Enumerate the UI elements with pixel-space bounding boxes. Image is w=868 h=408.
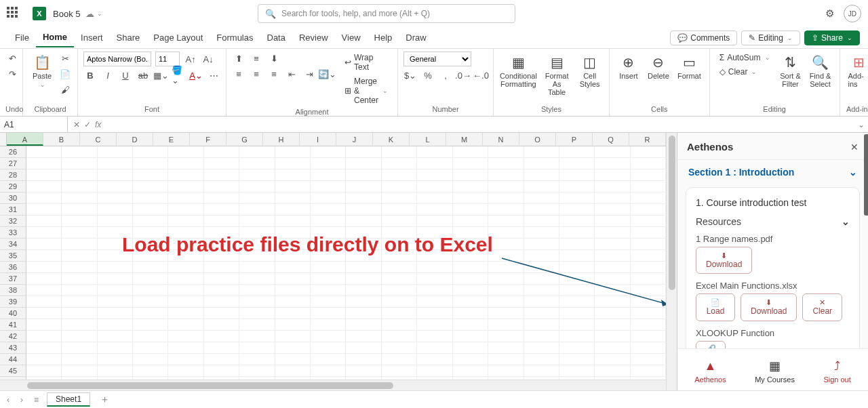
- column-header[interactable]: B: [43, 133, 80, 146]
- cell[interactable]: [524, 296, 559, 308]
- cell[interactable]: [488, 250, 524, 262]
- cell[interactable]: [168, 158, 203, 169]
- cell[interactable]: [382, 354, 417, 365]
- cell[interactable]: [453, 273, 488, 285]
- column-header[interactable]: L: [410, 133, 446, 146]
- cell[interactable]: [631, 216, 666, 227]
- cell[interactable]: [346, 319, 381, 331]
- font-size-dropdown[interactable]: [155, 52, 180, 66]
- cell[interactable]: [488, 319, 524, 331]
- cell[interactable]: [346, 308, 381, 319]
- cell[interactable]: [26, 285, 62, 296]
- cell[interactable]: [595, 285, 630, 296]
- cell[interactable]: [204, 262, 239, 273]
- load-button[interactable]: 📄Load: [696, 293, 735, 321]
- row-header[interactable]: 40: [0, 308, 26, 319]
- increase-indent-button[interactable]: ⇥: [302, 67, 316, 81]
- comments-button[interactable]: 💬Comments: [670, 30, 737, 45]
- insert-cells-button[interactable]: ⊕Insert: [615, 52, 642, 83]
- cell[interactable]: [168, 169, 203, 181]
- cell[interactable]: [524, 239, 559, 250]
- cell[interactable]: [275, 354, 311, 365]
- percent-button[interactable]: %: [421, 68, 435, 82]
- cell[interactable]: [595, 169, 630, 181]
- tab-home[interactable]: Home: [36, 28, 74, 47]
- cell[interactable]: [524, 331, 559, 342]
- cell[interactable]: [275, 331, 311, 342]
- cell[interactable]: [417, 158, 452, 169]
- cell[interactable]: [275, 285, 311, 296]
- avatar[interactable]: JD: [844, 5, 861, 22]
- cell[interactable]: [311, 204, 346, 216]
- cell[interactable]: [488, 331, 524, 342]
- cell[interactable]: [346, 354, 381, 365]
- cell[interactable]: [559, 146, 595, 158]
- cell[interactable]: [453, 158, 488, 169]
- cell[interactable]: [346, 169, 381, 181]
- cell[interactable]: [453, 354, 488, 365]
- cell[interactable]: [524, 354, 559, 365]
- comma-button[interactable]: ,: [439, 68, 452, 82]
- cell[interactable]: [346, 365, 381, 377]
- cell[interactable]: [239, 204, 275, 216]
- cell[interactable]: [168, 273, 203, 285]
- column-header[interactable]: N: [483, 133, 519, 146]
- sheet-nav-left[interactable]: ‹: [4, 395, 12, 405]
- cell[interactable]: [62, 273, 97, 285]
- cell[interactable]: [382, 216, 417, 227]
- cell[interactable]: [559, 227, 595, 239]
- footer-my-courses[interactable]: ▦My Courses: [755, 359, 795, 384]
- tab-review[interactable]: Review: [292, 28, 335, 47]
- cell[interactable]: [98, 181, 133, 192]
- cell[interactable]: [559, 158, 595, 169]
- align-middle-button[interactable]: ≡: [250, 52, 263, 65]
- border-button[interactable]: ▦⌄: [154, 68, 167, 82]
- cell[interactable]: [133, 146, 168, 158]
- cell[interactable]: [133, 365, 168, 377]
- cell[interactable]: [524, 158, 559, 169]
- file-name[interactable]: Book 5: [53, 9, 80, 19]
- cell[interactable]: [239, 273, 275, 285]
- cell[interactable]: [524, 227, 559, 239]
- font-name-dropdown[interactable]: [83, 52, 151, 66]
- align-center-button[interactable]: ≡: [250, 67, 263, 81]
- cell[interactable]: [488, 296, 524, 308]
- cell[interactable]: [559, 285, 595, 296]
- cell[interactable]: [275, 273, 311, 285]
- cell[interactable]: [453, 169, 488, 181]
- cell[interactable]: [488, 158, 524, 169]
- cell[interactable]: [62, 181, 97, 192]
- cell[interactable]: [168, 216, 203, 227]
- cell[interactable]: [417, 262, 452, 273]
- cell[interactable]: [311, 169, 346, 181]
- align-right-button[interactable]: ≡: [267, 67, 281, 81]
- cell[interactable]: [133, 308, 168, 319]
- cell[interactable]: [524, 204, 559, 216]
- cell[interactable]: [168, 331, 203, 342]
- cell[interactable]: [631, 296, 666, 308]
- cell[interactable]: [133, 262, 168, 273]
- search-box[interactable]: 🔍 Search for tools, help, and more (Alt …: [258, 4, 515, 23]
- autosum-button[interactable]: ΣAutoSum⌄: [715, 52, 774, 64]
- tab-page-layout[interactable]: Page Layout: [146, 28, 210, 47]
- cell[interactable]: [524, 308, 559, 319]
- cell[interactable]: [275, 216, 311, 227]
- cell[interactable]: [631, 169, 666, 181]
- column-header[interactable]: Q: [593, 133, 629, 146]
- cell[interactable]: [595, 158, 630, 169]
- cell[interactable]: [595, 342, 630, 354]
- number-format-dropdown[interactable]: General: [403, 52, 471, 66]
- cell[interactable]: [595, 227, 630, 239]
- cell[interactable]: [98, 158, 133, 169]
- cell[interactable]: [382, 308, 417, 319]
- cell[interactable]: [26, 250, 62, 262]
- row-header[interactable]: 29: [0, 181, 26, 192]
- cell[interactable]: [239, 216, 275, 227]
- cell[interactable]: [311, 192, 346, 204]
- cell[interactable]: [204, 216, 239, 227]
- cell[interactable]: [239, 181, 275, 192]
- tab-view[interactable]: View: [335, 28, 368, 47]
- cell[interactable]: [559, 273, 595, 285]
- cell[interactable]: [488, 216, 524, 227]
- cell[interactable]: [417, 342, 452, 354]
